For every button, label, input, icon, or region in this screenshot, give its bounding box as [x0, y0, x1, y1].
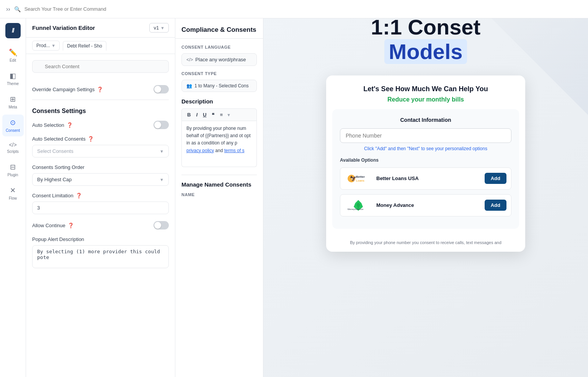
available-options-label: Available Options [340, 157, 511, 163]
nav-item-edit[interactable]: ✏️ Edit [2, 44, 24, 66]
sorting-order-label: Consents Sorting Order [32, 164, 169, 170]
toolbar-chevron-icon[interactable]: ▼ [227, 113, 231, 117]
underline-button[interactable]: U [201, 111, 208, 118]
nav-item-plugin[interactable]: ⊟ Plugin [2, 159, 24, 181]
help-icon-limitation[interactable]: ❓ [76, 193, 82, 198]
money-advance-logo: MoneyAdvance [345, 198, 372, 212]
help-icon-auto[interactable]: ❓ [67, 122, 73, 128]
app-logo: // [5, 23, 21, 38]
scripts-icon: </> [9, 142, 16, 148]
auto-selected-consents-label: Auto Selected Consents ❓ [32, 136, 169, 142]
nav-label-consent: Consent [6, 128, 20, 133]
preview-form-area: Contact Information Click "Add" and then… [332, 109, 519, 229]
svg-text:Better: Better [356, 175, 365, 179]
preview-card: Let's See How Much We Can Help You Reduc… [326, 75, 525, 252]
better-loans-name: Better Loans USA [376, 175, 480, 181]
compliance-title: Compliance & Consents [181, 26, 257, 34]
preview-hint: Click "Add" and then "Next" to see your … [340, 146, 511, 151]
select-consents-dropdown[interactable]: Select Consents ▼ [32, 145, 169, 157]
editor-title: Funnel Variation Editor [32, 25, 95, 31]
option-money-advance: MoneyAdvance Money Advance Add [340, 194, 511, 216]
terms-link[interactable]: terms of s [224, 148, 245, 153]
nav-item-consent[interactable]: ⊙ Consent [2, 115, 24, 136]
override-campaign-toggle[interactable] [154, 85, 169, 93]
hero-title-line2: Models [371, 39, 480, 64]
nav-label-theme: Theme [7, 82, 19, 86]
help-icon-override[interactable]: ❓ [97, 87, 103, 92]
consent-language-field[interactable]: </> Place any word/phrase [181, 53, 257, 66]
search-content-input[interactable] [32, 60, 169, 73]
svg-text:MoneyAdvance: MoneyAdvance [348, 208, 364, 210]
help-icon-consents[interactable]: ❓ [88, 136, 94, 142]
middle-panel: Compliance & Consents CONSENT LANGUAGE <… [175, 18, 263, 377]
money-advance-add-button[interactable]: Add [485, 200, 506, 211]
auto-selection-toggle[interactable] [154, 121, 169, 129]
description-label: Description [181, 98, 257, 105]
search-icon: 🔍 [14, 6, 21, 12]
preview-header-subtitle: Reduce your monthly bills [337, 96, 514, 103]
nav-item-flow[interactable]: ✕ Flow [2, 182, 24, 204]
nav-item-theme[interactable]: ◧ Theme [2, 68, 24, 90]
plugin-icon: ⊟ [10, 163, 16, 171]
hero-section: 1:1 Conset Models [371, 15, 480, 64]
prod-chevron-icon: ▼ [51, 43, 56, 48]
nav-label-scripts: Scripts [7, 149, 19, 154]
global-search-input[interactable] [24, 6, 147, 12]
menu-icon[interactable]: ›› [6, 6, 10, 13]
override-campaign-label: Override Campaign Settings ❓ [32, 87, 103, 92]
debt-relief-tab[interactable]: Debt Relief - Sho [63, 41, 106, 51]
theme-icon: ◧ [10, 72, 16, 80]
bold-button[interactable]: B [186, 111, 192, 118]
consent-limitation-label: Consent Limitation ❓ [32, 193, 169, 198]
consent-limitation-input[interactable] [32, 202, 169, 214]
left-panel: Funnel Variation Editor v1 ▼ Prod... ▼ D… [26, 18, 175, 377]
nav-label-flow: Flow [9, 196, 17, 200]
phone-number-input[interactable] [340, 128, 511, 143]
prod-selector[interactable]: Prod... ▼ [32, 41, 60, 51]
auto-selection-label: Auto Selection ❓ [32, 122, 73, 128]
description-editor[interactable]: By providing your phone num behalf of {{… [181, 121, 257, 167]
icon-nav: // ✏️ Edit ◧ Theme ⊞ Meta ⊙ Consent </> … [0, 18, 26, 377]
nav-item-meta[interactable]: ⊞ Meta [2, 91, 24, 113]
form-title: Contact Information [340, 117, 511, 123]
allow-continue-toggle[interactable] [154, 221, 169, 229]
consent-icon: ⊙ [10, 118, 16, 127]
consents-settings-title: Consents Settings [32, 108, 169, 115]
meta-icon: ⊞ [10, 95, 16, 103]
editor-toolbar: B I U ❝ ≡ ▼ [181, 108, 257, 121]
option-better-loans: 🦅 Better Loans Better Loans USA Add [340, 167, 511, 190]
edit-icon: ✏️ [9, 48, 17, 57]
nav-label-meta: Meta [8, 105, 17, 109]
hero-title-line1: 1:1 Conset [371, 15, 480, 39]
nav-label-edit: Edit [10, 58, 16, 62]
money-advance-name: Money Advance [376, 202, 480, 208]
consent-type-field[interactable]: 👥 1 to Many - Selected Cons [181, 80, 257, 92]
consents-chevron-icon: ▼ [160, 149, 164, 154]
sorting-order-dropdown[interactable]: By Highest Cap ▼ [32, 173, 169, 186]
list-button[interactable]: ≡ [218, 111, 224, 118]
nav-label-plugin: Plugin [8, 173, 18, 177]
right-panel: 1:1 Conset Models Let's See How Much We … [263, 0, 588, 377]
svg-text:Loans: Loans [356, 179, 364, 182]
italic-button[interactable]: I [194, 111, 199, 118]
better-loans-logo: 🦅 Better Loans [345, 172, 372, 185]
help-icon-continue[interactable]: ❓ [68, 223, 74, 228]
sorting-chevron-icon: ▼ [160, 177, 164, 182]
privacy-policy-link[interactable]: privacy policy [186, 148, 214, 153]
preview-header: Let's See How Much We Can Help You Reduc… [326, 75, 525, 109]
popup-alert-label: Popup Alert Description [32, 236, 169, 242]
consent-language-label: CONSENT LANGUAGE [181, 45, 257, 49]
allow-continue-label: Allow Continue ❓ [32, 223, 74, 228]
code-icon: </> [186, 57, 193, 62]
quote-button[interactable]: ❝ [210, 111, 216, 118]
popup-alert-textarea[interactable]: By selecting (1) more provider this coul… [32, 245, 169, 268]
consent-type-label: CONSENT TYPE [181, 71, 257, 76]
version-selector[interactable]: v1 ▼ [149, 23, 169, 33]
name-column-label: NAME [181, 192, 257, 197]
chevron-down-icon: ▼ [160, 26, 165, 30]
better-loans-add-button[interactable]: Add [485, 173, 506, 184]
people-icon: 👥 [186, 83, 192, 89]
flow-icon: ✕ [10, 186, 16, 195]
nav-item-scripts[interactable]: </> Scripts [2, 138, 24, 157]
preview-footer: By providing your phone number you conse… [326, 235, 525, 252]
